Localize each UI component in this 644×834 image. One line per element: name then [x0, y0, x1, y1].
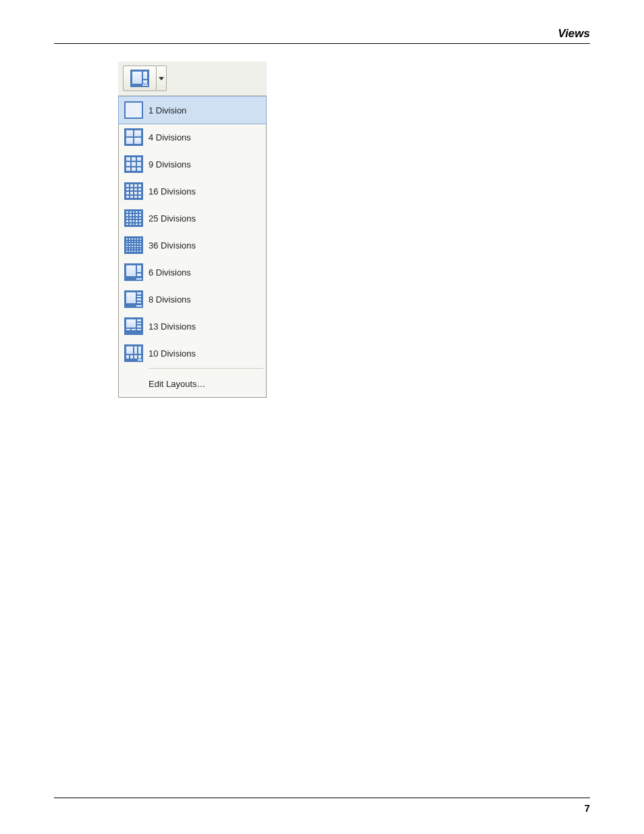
layout-button[interactable] — [123, 66, 157, 91]
division-8-icon — [124, 290, 143, 308]
page-footer: 7 — [54, 798, 590, 814]
menu-item-16-divisions[interactable]: 16 Divisions — [119, 178, 266, 205]
menu-item-9-divisions[interactable]: 9 Divisions — [119, 151, 266, 178]
menu-item-label: 4 Divisions — [149, 132, 191, 142]
page-number: 7 — [54, 802, 590, 814]
division-16-icon — [124, 182, 143, 200]
division-9-icon — [124, 155, 143, 173]
division-4-icon — [124, 128, 143, 146]
document-page: Views 1 Division 4 Divisions — [0, 0, 644, 834]
menu-item-25-divisions[interactable]: 25 Divisions — [119, 205, 266, 232]
menu-item-13-divisions[interactable]: 13 Divisions — [119, 313, 266, 340]
menu-item-label: 13 Divisions — [149, 321, 196, 332]
menu-item-6-divisions[interactable]: 6 Divisions — [119, 259, 266, 286]
division-13-icon — [124, 317, 143, 335]
layout-menu: 1 Division 4 Divisions 9 Divisions — [118, 96, 267, 398]
menu-item-10-divisions[interactable]: 10 Divisions — [119, 340, 266, 367]
menu-item-label: 36 Divisions — [149, 240, 196, 251]
menu-item-4-divisions[interactable]: 4 Divisions — [119, 124, 266, 151]
menu-item-36-divisions[interactable]: 36 Divisions — [119, 232, 266, 259]
menu-item-label: 9 Divisions — [149, 159, 191, 170]
menu-item-label: 10 Divisions — [149, 348, 196, 359]
chevron-down-icon — [159, 77, 164, 80]
page-header: Views — [54, 27, 590, 44]
division-36-icon — [124, 236, 143, 254]
division-1-icon — [124, 101, 143, 119]
menu-item-1-division[interactable]: 1 Division — [118, 96, 267, 124]
menu-item-label: 6 Divisions — [149, 267, 191, 278]
menu-item-label: 8 Divisions — [149, 294, 191, 305]
division-25-icon — [124, 209, 143, 227]
menu-item-label: 16 Divisions — [149, 186, 196, 197]
division-10-icon — [124, 344, 143, 362]
division-6-icon — [124, 263, 143, 281]
menu-item-label: Edit Layouts… — [149, 379, 206, 389]
menu-item-edit-layouts[interactable]: Edit Layouts… — [119, 370, 266, 397]
menu-item-8-divisions[interactable]: 8 Divisions — [119, 286, 266, 313]
menu-separator — [149, 368, 263, 369]
toolbar — [118, 61, 267, 96]
layout-dropdown-toggle[interactable] — [157, 66, 167, 91]
menu-item-label: 1 Division — [149, 105, 186, 115]
layout-dropdown-panel: 1 Division 4 Divisions 9 Divisions — [118, 61, 267, 398]
header-title: Views — [54, 27, 590, 41]
layout-icon — [130, 70, 149, 87]
menu-item-label: 25 Divisions — [149, 213, 196, 224]
